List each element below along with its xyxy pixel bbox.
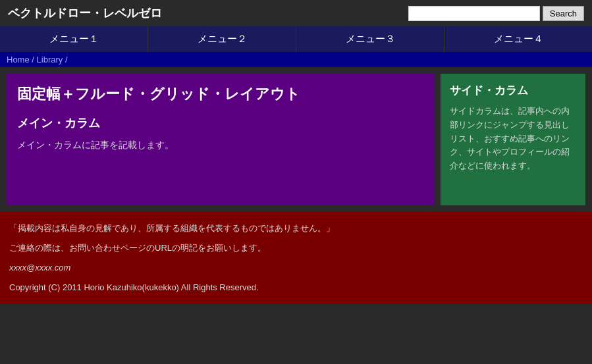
breadcrumb-sep2: / <box>65 55 68 65</box>
nav: メニュー１ メニュー２ メニュー３ メニュー４ <box>0 26 592 52</box>
content-area: 固定幅＋フルード・グリッド・レイアウト メイン・カラム メイン・カラムに記事を記… <box>0 67 592 212</box>
footer-disclaimer: 「掲載内容は私自身の見解であり、所属する組織を代表するものではありません。」 <box>9 220 583 237</box>
side-column: サイド・カラム サイドカラムは、記事内への内部リンクにジャンプする見出しリスト、… <box>441 74 585 205</box>
search-input[interactable] <box>408 6 540 21</box>
section-text: メイン・カラムに記事を記載します。 <box>17 138 423 152</box>
nav-item-2[interactable]: メニュー２ <box>148 26 296 52</box>
footer: 「掲載内容は私自身の見解であり、所属する組織を代表するものではありません。」 ご… <box>0 212 592 304</box>
main-column: 固定幅＋フルード・グリッド・レイアウト メイン・カラム メイン・カラムに記事を記… <box>7 74 434 205</box>
section-heading: メイン・カラム <box>17 115 423 131</box>
article-title: 固定幅＋フルード・グリッド・レイアウト <box>17 84 423 105</box>
nav-item-1[interactable]: メニュー１ <box>0 26 148 52</box>
side-text: サイドカラムは、記事内への内部リンクにジャンプする見出しリスト、おすすめ記事への… <box>450 105 576 173</box>
breadcrumb: Home / Library / <box>0 52 592 67</box>
header: ベクトルドロー・レベルゼロ Search <box>0 0 592 26</box>
footer-copyright: Copyright (C) 2011 Horio Kazuhiko(kukekk… <box>9 279 583 296</box>
site-title: ベクトルドロー・レベルゼロ <box>8 5 162 21</box>
breadcrumb-home[interactable]: Home <box>7 55 30 65</box>
breadcrumb-library[interactable]: Library <box>37 55 63 65</box>
nav-item-3[interactable]: メニュー３ <box>296 26 444 52</box>
search-button[interactable]: Search <box>543 6 584 21</box>
side-title: サイド・カラム <box>450 83 576 98</box>
search-form: Search <box>408 6 584 21</box>
footer-email: xxxx@xxxx.com <box>9 259 583 276</box>
breadcrumb-sep1: / <box>32 55 36 65</box>
nav-item-4[interactable]: メニュー４ <box>444 26 592 52</box>
footer-contact: ご連絡の際は、お問い合わせページのURLの明記をお願いします。 <box>9 240 583 257</box>
